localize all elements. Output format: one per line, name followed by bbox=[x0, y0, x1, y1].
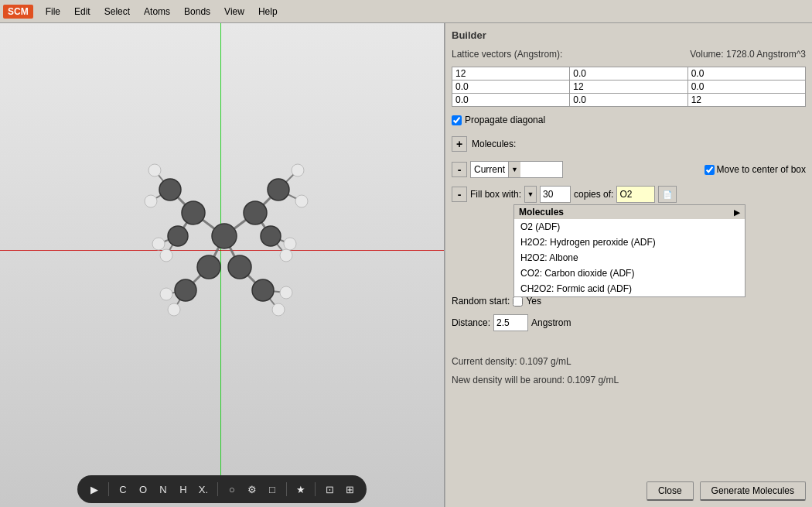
lattice-r2c2[interactable] bbox=[573, 81, 684, 92]
dropdown-item-0[interactable]: O2 (ADF) bbox=[514, 219, 745, 235]
popup-arrow-icon: ▶ bbox=[734, 208, 740, 217]
menu-help[interactable]: Help bbox=[252, 4, 284, 19]
tool-grid1[interactable]: ⊡ bbox=[322, 484, 337, 495]
lattice-r1c3[interactable] bbox=[691, 68, 802, 79]
copies-label: copies of: bbox=[574, 189, 613, 200]
toolbar: ▶ C O N H X. ○ ⚙ □ ★ ⊡ ⊞ bbox=[77, 475, 367, 503]
tool-select[interactable]: ▶ bbox=[87, 484, 102, 495]
svg-point-26 bbox=[228, 255, 251, 279]
yes-checkbox[interactable] bbox=[513, 296, 523, 307]
popup-header: Molecules ▶ bbox=[514, 205, 745, 219]
lattice-r3c3[interactable] bbox=[691, 94, 802, 105]
minus-button-2[interactable]: - bbox=[452, 187, 467, 202]
lattice-r3c1[interactable] bbox=[455, 94, 566, 105]
tool-grid2[interactable]: ⊞ bbox=[342, 484, 357, 495]
svg-point-32 bbox=[252, 279, 274, 301]
main-area: ▶ C O N H X. ○ ⚙ □ ★ ⊡ ⊞ Builder Lattice… bbox=[0, 23, 812, 507]
lattice-r1c1[interactable] bbox=[455, 68, 566, 79]
svg-point-35 bbox=[292, 164, 304, 176]
lattice-r1c2[interactable] bbox=[573, 68, 684, 79]
svg-point-42 bbox=[160, 288, 172, 300]
tool-star[interactable]: ★ bbox=[293, 484, 309, 495]
menu-bonds[interactable]: Bonds bbox=[178, 4, 217, 19]
tool-nitrogen[interactable]: N bbox=[155, 484, 171, 495]
menu-file[interactable]: File bbox=[39, 4, 67, 19]
add-molecule-button[interactable]: + bbox=[452, 136, 467, 152]
lattice-row-1 bbox=[452, 67, 806, 81]
scm-logo: SCM bbox=[3, 5, 33, 19]
svg-point-31 bbox=[175, 279, 196, 301]
distance-row: Distance: Angstrom bbox=[452, 314, 806, 331]
toolbar-sep-1 bbox=[108, 482, 109, 496]
dropdown-item-4[interactable]: CH2O2: Formic acid (ADF) bbox=[514, 281, 745, 296]
svg-point-38 bbox=[160, 249, 172, 262]
menu-view[interactable]: View bbox=[218, 4, 251, 19]
toolbar-sep-2 bbox=[217, 482, 218, 496]
svg-point-36 bbox=[295, 195, 308, 207]
tool-oxygen[interactable]: O bbox=[135, 484, 151, 495]
fill-dropdown-arrow[interactable]: ▼ bbox=[524, 186, 537, 203]
panel-title: Builder bbox=[452, 29, 806, 41]
current-dropdown-row: - Current ▼ Move to center of box bbox=[452, 161, 806, 178]
lattice-row-3 bbox=[452, 94, 806, 107]
yes-label: Yes bbox=[526, 296, 541, 307]
svg-point-44 bbox=[280, 286, 292, 299]
lattice-r2c3[interactable] bbox=[691, 81, 802, 92]
file-icon-button[interactable]: 📄 bbox=[658, 186, 677, 203]
copies-value-input[interactable] bbox=[616, 186, 655, 203]
fill-box-row: - Fill box with: ▼ copies of: 📄 Molecule… bbox=[452, 186, 806, 203]
angstrom-label: Angstrom bbox=[531, 317, 571, 328]
svg-point-29 bbox=[168, 226, 188, 246]
tool-circle[interactable]: ○ bbox=[224, 484, 240, 495]
svg-point-24 bbox=[244, 201, 267, 224]
svg-point-33 bbox=[148, 164, 161, 176]
tool-carbon[interactable]: C bbox=[115, 484, 131, 495]
lattice-label: Lattice vectors (Angstrom): bbox=[452, 49, 562, 60]
propagate-checkbox[interactable] bbox=[452, 115, 462, 125]
move-checkbox[interactable] bbox=[705, 165, 715, 175]
random-label: Random start: bbox=[452, 296, 510, 307]
svg-point-22 bbox=[212, 224, 237, 248]
file-icon: 📄 bbox=[663, 190, 672, 199]
current-density: Current density: 0.1097 g/mL bbox=[452, 356, 806, 367]
molecules-popup: Molecules ▶ O2 (ADF) H2O2: Hydrogen pero… bbox=[513, 204, 745, 297]
toolbar-sep-3 bbox=[286, 482, 287, 496]
tool-other[interactable]: X. bbox=[196, 484, 211, 495]
menubar: SCM File Edit Select Atoms Bonds View He… bbox=[0, 0, 812, 23]
lattice-table bbox=[452, 67, 806, 107]
dropdown-item-1[interactable]: H2O2: Hydrogen peroxide (ADF) bbox=[514, 235, 745, 250]
tool-rect[interactable]: □ bbox=[264, 484, 280, 495]
svg-point-23 bbox=[182, 201, 205, 224]
bottom-buttons: Close Generate Molecules bbox=[452, 477, 806, 501]
lattice-row-2 bbox=[452, 81, 806, 94]
svg-point-37 bbox=[152, 238, 165, 250]
minus-button-1[interactable]: - bbox=[452, 162, 467, 177]
svg-point-43 bbox=[272, 303, 285, 316]
move-checkbox-row: Move to center of box bbox=[705, 164, 806, 175]
current-dropdown[interactable]: Current ▼ bbox=[470, 161, 563, 178]
svg-point-40 bbox=[280, 249, 292, 262]
svg-point-27 bbox=[159, 179, 181, 200]
dropdown-item-3[interactable]: CO2: Carbon dioxide (ADF) bbox=[514, 265, 745, 281]
lattice-r2c1[interactable] bbox=[455, 81, 566, 92]
random-start-row: Random start: Yes bbox=[452, 296, 806, 307]
generate-button[interactable]: Generate Molecules bbox=[700, 481, 806, 501]
new-density: New density will be around: 0.1097 g/mL bbox=[452, 375, 806, 385]
dropdown-item-2[interactable]: H2O2: Albone bbox=[514, 250, 745, 265]
tool-gear[interactable]: ⚙ bbox=[244, 484, 260, 495]
molecule-viewer: ▶ C O N H X. ○ ⚙ □ ★ ⊡ ⊞ bbox=[0, 23, 445, 507]
menu-edit[interactable]: Edit bbox=[68, 4, 97, 19]
spacer-3 bbox=[452, 392, 806, 472]
lattice-r3c2[interactable] bbox=[573, 94, 684, 105]
molecules-row: + Molecules: bbox=[452, 136, 806, 152]
current-dropdown-arrow: ▼ bbox=[508, 162, 520, 177]
distance-input[interactable] bbox=[493, 314, 528, 331]
molecule-svg bbox=[39, 101, 410, 372]
tool-hydrogen[interactable]: H bbox=[176, 484, 191, 495]
menu-atoms[interactable]: Atoms bbox=[138, 4, 176, 19]
close-button[interactable]: Close bbox=[647, 481, 694, 501]
copies-number-input[interactable] bbox=[540, 186, 571, 203]
menu-select[interactable]: Select bbox=[98, 4, 136, 19]
scm-logo-text: SCM bbox=[8, 6, 29, 17]
molecules-label: Molecules: bbox=[472, 139, 516, 149]
